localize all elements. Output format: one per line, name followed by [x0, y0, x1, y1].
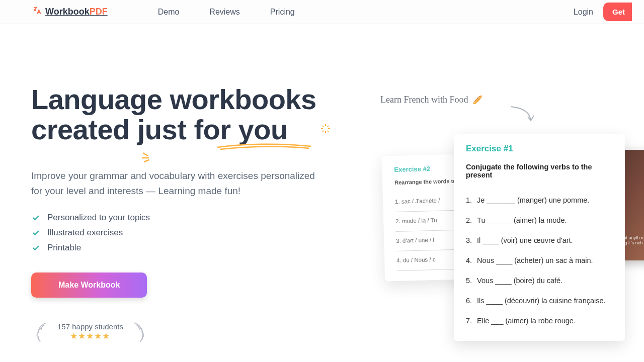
check-icon [31, 213, 40, 222]
feature-item: Personalized to your topics [31, 210, 353, 225]
nav-links: Demo Reviews Pricing [158, 8, 295, 17]
header: WorkbookPDF Demo Reviews Pricing Login G… [0, 0, 644, 24]
exercise-item: 6.Ils ____ (découvrir) la cuisine frança… [466, 291, 613, 311]
exercise-item: 7.Elle ___ (aimer) la robe rouge. [466, 311, 613, 331]
translate-icon [32, 6, 42, 18]
login-link[interactable]: Login [574, 8, 593, 17]
handwritten-text: Learn French with Food [380, 95, 468, 105]
feature-item: Illustrated exercises [31, 225, 353, 240]
feature-item: Printable [31, 240, 353, 255]
headline: Language workbooks created just for you [31, 84, 316, 145]
exercise-item: 4.Nous ____ (acheter) un sac à main. [466, 250, 613, 270]
header-right: Login Get [574, 3, 632, 21]
laurel-left-icon [31, 321, 51, 343]
features-list: Personalized to your topics Illustrated … [31, 210, 353, 255]
check-icon [31, 243, 40, 252]
social-text: 157 happy students ★★★★★ [57, 322, 123, 341]
nav-pricing[interactable]: Pricing [270, 8, 295, 17]
burst-icon [141, 151, 161, 163]
arrow-doodle-icon [509, 105, 539, 125]
hero-left: Language workbooks created just for you … [31, 84, 353, 343]
worksheet-card-1: Exercise #1 Conjugate the following verb… [454, 134, 625, 341]
stars-icon: ★★★★★ [57, 331, 123, 341]
sparkle-icon [319, 123, 332, 137]
feature-text: Personalized to your topics [47, 213, 150, 223]
bread-icon: 🥖 [472, 96, 482, 104]
exercise-subtitle: Conjugate the following verbs to the pre… [466, 163, 613, 179]
exercise-item: 5.Vous ____ (boire) du café. [466, 270, 613, 291]
nav-demo[interactable]: Demo [158, 8, 180, 17]
laurel-right-icon [129, 321, 149, 343]
subtitle: Improve your grammar and vocabulary with… [31, 168, 328, 199]
headline-line-1: Language workbooks [31, 83, 316, 115]
underline-icon [216, 141, 312, 150]
get-started-button[interactable]: Get [603, 3, 632, 21]
social-proof: 157 happy students ★★★★★ [31, 321, 353, 343]
logo-text-1: Workbook [45, 7, 90, 17]
feature-text: Printable [47, 243, 81, 253]
exercise-item: 2.Tu ______ (aimer) la mode. [466, 210, 613, 230]
check-icon [31, 228, 40, 237]
logo-text-2: PDF [90, 7, 108, 17]
exercise-list: 1.Je _______ (manger) une pomme. 2.Tu __… [466, 190, 613, 331]
hero: Language workbooks created just for you … [0, 24, 644, 343]
exercise-item: 1.Je _______ (manger) une pomme. [466, 190, 613, 210]
logo[interactable]: WorkbookPDF [32, 6, 108, 18]
nav-reviews[interactable]: Reviews [209, 8, 239, 17]
exercise-item: 3.Il ____ (voir) une œuvre d'art. [466, 230, 613, 250]
handwritten-label: Learn French with Food 🥖 [380, 95, 482, 105]
make-workbook-button[interactable]: Make Workbook [31, 273, 147, 298]
exercise-title: Exercise #1 [466, 144, 613, 154]
social-count: 157 happy students [57, 322, 123, 331]
feature-text: Illustrated exercises [47, 228, 123, 238]
